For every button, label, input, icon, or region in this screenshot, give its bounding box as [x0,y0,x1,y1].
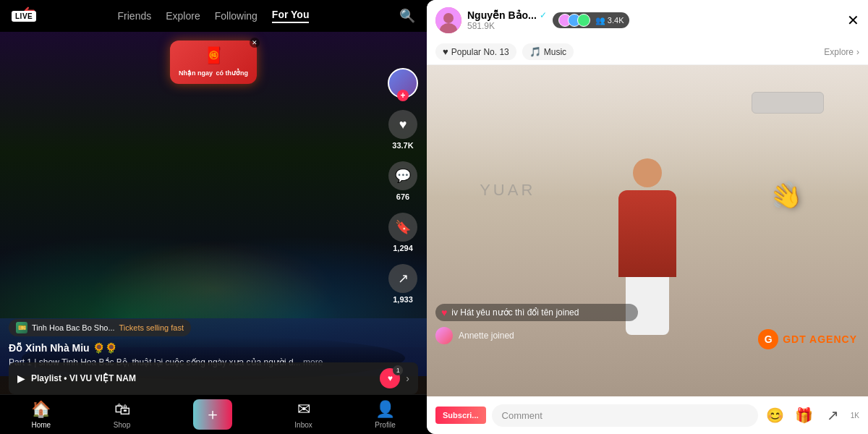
shop-label: Shop [114,421,130,429]
nav-explore[interactable]: Explore [166,10,200,22]
popular-tag-label: Popular No. 13 [451,47,509,57]
live-badge[interactable]: LIVE [12,11,36,22]
explore-tag-label: Explore [824,47,854,57]
gift-icon: 🎁 [795,407,813,424]
home-icon: 🏠 [31,400,51,419]
chat-message: ♥ iv Hát yêu nước thì đổi tên joined [435,304,638,321]
popular-tag[interactable]: ♥ Popular No. 13 [435,43,516,60]
svg-point-1 [443,13,454,23]
action-buttons: + ♥ 33.7K 💬 676 🔖 1,294 ↗ 1,933 [388,68,418,304]
verified-icon: ✓ [540,10,547,20]
nav-following[interactable]: Following [215,10,258,22]
heart-tag-icon: ♥ [443,46,448,57]
ac-unit [752,92,824,114]
nav-item-shop[interactable]: 🛍 Shop [114,400,130,429]
music-tag-label: Music [544,47,566,57]
top-nav: ➜ LIVE Friends Explore Following For You… [0,0,427,32]
figure-body [618,190,676,277]
heart-button[interactable]: ♥ 1 [380,368,400,388]
chevron-right-explore-icon: › [856,47,859,57]
chevron-right-icon: › [406,373,409,384]
username-row: Nguyễn Bảo... ✓ [467,9,547,21]
video-title: Đỗ Xinh Nhà Miu 🌻🌻 [9,342,383,354]
playlist-bar[interactable]: ▶ Playlist • VI VU VIỆT NAM ♥ 1 › [9,362,418,394]
bottom-nav: 🏠 Home 🛍 Shop ＋ ✉ Inbox 👤 Profile [0,394,427,434]
nav-item-home[interactable]: 🏠 Home [31,400,51,429]
bookmark-count: 1,294 [393,244,413,252]
video-bottom-info: 🎫 Tinh Hoa Bac Bo Sho... Tickets selling… [9,319,383,369]
watermark-logo: G [758,329,778,349]
username-area: Nguyễn Bảo... ✓ 581.9K [467,9,547,31]
share-live-button[interactable]: ↗ [822,404,845,427]
left-panel: ➜ LIVE Friends Explore Following For You… [0,0,427,434]
inbox-label: Inbox [294,421,312,429]
comment-input[interactable]: Comment [492,404,758,427]
tags-row: ♥ Popular No. 13 🎵 Music Explore › [427,39,868,65]
share-button[interactable]: ↗ 1,933 [388,264,417,304]
bookmark-icon: 🔖 [388,213,417,242]
watermark-text: GDT AGENCY [783,333,857,345]
explore-tag[interactable]: Explore › [824,47,859,57]
nav-item-inbox[interactable]: ✉ Inbox [294,400,312,429]
chat-text: iv Hát yêu nước thì đổi tên joined [451,307,579,318]
ticket-status: Tickets selling fast [119,323,184,332]
viewer-bottom-count: 1K [851,412,859,420]
creator-avatar[interactable]: + [388,68,418,98]
reward-emoji: 🧧 [179,46,248,65]
like-button[interactable]: ♥ 33.7K [388,110,417,150]
search-icon[interactable]: 🔍 [399,8,415,24]
left-video-bg: ✕ 🧧 Nhận ngay có thưởng + ♥ 33.7K 💬 676 [0,32,427,434]
right-bottom-bar: Subscri... Comment 😊 🎁 ↗ 1K [427,396,868,434]
nav-item-profile[interactable]: 👤 Profile [375,400,395,429]
comment-button[interactable]: 💬 676 [388,161,417,201]
add-button[interactable]: ＋ [193,399,232,430]
share-count: 1,933 [393,295,413,304]
streamer-avatar [435,7,461,33]
follower-count: 581.9K [467,21,547,31]
playlist-label: Playlist • VI VU VIỆT NAM [31,373,374,383]
follow-icon[interactable]: + [397,90,409,101]
profile-icon: 👤 [375,400,395,419]
share-icon: ↗ [388,264,417,293]
reward-popup[interactable]: ✕ 🧧 Nhận ngay có thưởng [170,41,257,84]
joined-user-avatar [435,327,453,344]
bookmark-button[interactable]: 🔖 1,294 [388,213,417,252]
viewers-badge: 👥 3.4K [553,12,630,28]
music-tag[interactable]: 🎵 Music [522,43,574,60]
shop-icon: 🛍 [114,400,130,419]
ticket-badge[interactable]: 🎫 Tinh Hoa Bac Bo Sho... Tickets selling… [9,319,191,336]
viewer-avatars [558,14,587,27]
profile-label: Profile [375,421,395,429]
comment-count: 676 [396,192,409,201]
joined-text: Annette joined [459,331,514,341]
studio-logo: YUAR [480,181,535,200]
figure-head [633,158,662,187]
streamer-username: Nguyễn Bảo... [467,9,537,21]
nav-friends[interactable]: Friends [118,10,152,22]
plus-icon: ＋ [205,404,221,425]
watermark: G GDT AGENCY [758,329,857,349]
ticket-icon: 🎫 [16,322,27,333]
nav-item-add[interactable]: ＋ [193,399,232,430]
reward-text-line2: có thưởng [216,69,248,77]
emoji-button[interactable]: 😊 [764,404,787,427]
right-panel: Nguyễn Bảo... ✓ 581.9K 👥 3.4K ✕ ♥ Popula… [427,0,868,434]
ticket-name: Tinh Hoa Bac Bo Sho... [32,323,115,332]
right-video-area: YUAR 👋 ♥ iv Hát yêu nước thì đổi tên joi… [427,65,868,396]
playlist-icon: ▶ [17,373,25,384]
music-tag-icon: 🎵 [529,46,541,57]
subscribe-button[interactable]: Subscri... [435,407,486,424]
gift-button[interactable]: 🎁 [793,404,816,427]
chat-heart-icon: ♥ [441,307,447,318]
performer-background: YUAR 👋 ♥ iv Hát yêu nước thì đổi tên joi… [427,65,868,396]
nav-for-you[interactable]: For You [272,9,310,23]
close-icon[interactable]: ✕ [250,38,260,48]
inbox-icon: ✉ [297,400,310,419]
nav-links: Friends Explore Following For You [118,9,310,23]
left-video-container: ✕ 🧧 Nhận ngay có thưởng + ♥ 33.7K 💬 676 [0,32,427,434]
close-button[interactable]: ✕ [847,12,859,29]
like-count: 33.7K [392,141,413,150]
heart-icon: ♥ [388,110,417,139]
viewer-count: 👥 3.4K [595,16,624,25]
right-header: Nguyễn Bảo... ✓ 581.9K 👥 3.4K ✕ [427,0,868,39]
